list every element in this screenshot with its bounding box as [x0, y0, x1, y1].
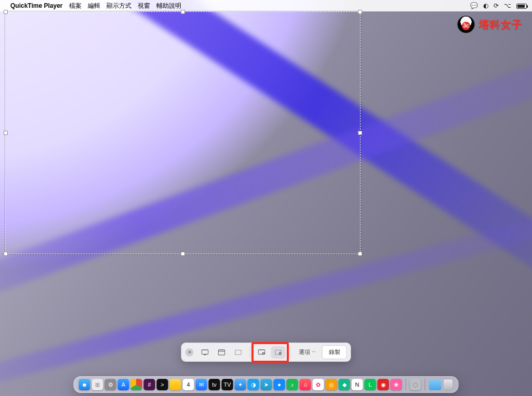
- dock-app-chrome[interactable]: [131, 379, 142, 390]
- dock-app-app-teal[interactable]: ◆: [339, 379, 350, 390]
- menu-help[interactable]: 輔助說明: [156, 2, 181, 10]
- dock-separator: [425, 379, 425, 390]
- capture-entire-screen-button[interactable]: [198, 346, 212, 359]
- dock-app-tradingview[interactable]: TV: [222, 379, 233, 390]
- resize-handle[interactable]: [358, 252, 362, 256]
- dock-app-appletv[interactable]: tv: [209, 379, 220, 390]
- resize-handle[interactable]: [4, 131, 8, 135]
- dock-app-app-blue-1[interactable]: ◑: [248, 379, 259, 390]
- dock-app-notes[interactable]: [170, 379, 181, 390]
- dock-app-photos[interactable]: ✿: [313, 379, 324, 390]
- dock-app-finder[interactable]: ☻: [79, 379, 90, 390]
- resize-handle[interactable]: [358, 10, 362, 14]
- screen-record-icon: [258, 349, 265, 356]
- toolbar-separator: [250, 347, 250, 358]
- dock-app-terminal[interactable]: >: [157, 379, 168, 390]
- menu-view[interactable]: 顯示方式: [107, 2, 131, 10]
- resize-handle[interactable]: [4, 10, 8, 14]
- control-center-icon[interactable]: ⌥: [504, 2, 511, 9]
- dock-app-safari[interactable]: ✦: [235, 379, 246, 390]
- record-button[interactable]: 錄製: [322, 345, 347, 359]
- sync-menubar-icon[interactable]: ⟳: [494, 2, 499, 9]
- dock-app-app-pink[interactable]: ❀: [391, 379, 402, 390]
- dock-app-app-gray[interactable]: ◌: [410, 379, 421, 390]
- selection-record-icon: [275, 349, 282, 356]
- svg-point-7: [263, 353, 264, 354]
- svg-point-10: [280, 353, 281, 354]
- watermark-text: 塔科女子: [479, 18, 523, 32]
- capture-selected-window-button[interactable]: [215, 346, 229, 359]
- record-entire-screen-button[interactable]: [255, 346, 269, 359]
- resize-handle[interactable]: [181, 10, 185, 14]
- dock-app-mail[interactable]: ✉: [196, 379, 207, 390]
- menu-edit[interactable]: 編輯: [88, 2, 100, 10]
- screenshot-toolbar: ✕ 選項 ﹀ 錄製: [181, 343, 351, 362]
- dock-app-launchpad[interactable]: ⊞: [92, 379, 103, 390]
- dock-app-calendar[interactable]: 4: [183, 379, 194, 390]
- menu-file[interactable]: 檔案: [69, 2, 82, 10]
- svg-rect-4: [235, 350, 241, 354]
- window-icon: [218, 349, 225, 356]
- dock-app-app-blue-2[interactable]: ●: [274, 379, 285, 390]
- resize-handle[interactable]: [358, 131, 362, 135]
- selection-icon: [235, 349, 242, 356]
- svg-rect-0: [202, 350, 208, 354]
- record-selected-portion-button[interactable]: [271, 346, 286, 359]
- close-toolbar-button[interactable]: ✕: [185, 348, 194, 357]
- desktop: QuickTime Player 檔案 編輯 顯示方式 視窗 輔助說明 💬 ◐ …: [0, 0, 532, 396]
- dock-app-app-orange[interactable]: ◎: [326, 379, 337, 390]
- toolbar-separator: [290, 347, 290, 358]
- dock-app-slack[interactable]: #: [144, 379, 155, 390]
- dock-separator: [406, 379, 406, 390]
- dock-trash[interactable]: [443, 379, 454, 390]
- resize-handle[interactable]: [181, 252, 185, 256]
- svg-rect-2: [218, 350, 225, 355]
- watermark-avatar-icon: [457, 16, 475, 33]
- chevron-down-icon: ﹀: [312, 349, 316, 355]
- dock: ☻⊞⚙A#>4✉tvTV✦◑➤●♪♫✿◎◆NL◉❀◌: [74, 376, 459, 393]
- dock-app-telegram[interactable]: ➤: [261, 379, 272, 390]
- menu-bar: QuickTime Player 檔案 編輯 顯示方式 視窗 輔助說明 💬 ◐ …: [0, 0, 532, 11]
- screen-icon: [202, 349, 209, 356]
- dock-app-app-store[interactable]: A: [118, 379, 129, 390]
- resize-handle[interactable]: [4, 252, 8, 256]
- svg-rect-1: [204, 354, 206, 355]
- dock-app-system-preferences[interactable]: ⚙: [105, 379, 116, 390]
- dock-downloads-folder[interactable]: [429, 380, 442, 390]
- app-name[interactable]: QuickTime Player: [10, 2, 63, 9]
- dock-app-music[interactable]: ♫: [300, 379, 311, 390]
- capture-selected-portion-button[interactable]: [231, 346, 246, 359]
- record-selection-marquee[interactable]: [5, 11, 361, 254]
- menu-window[interactable]: 視窗: [138, 2, 150, 10]
- options-label: 選項: [299, 348, 310, 356]
- dock-app-app-red[interactable]: ◉: [378, 379, 389, 390]
- line-menubar-icon[interactable]: 💬: [470, 2, 478, 9]
- options-dropdown[interactable]: 選項 ﹀: [295, 346, 320, 358]
- dock-app-line[interactable]: L: [365, 379, 376, 390]
- dock-app-spotify[interactable]: ♪: [287, 379, 298, 390]
- watermark: 塔科女子: [457, 16, 523, 33]
- battery-icon[interactable]: [516, 2, 527, 9]
- dnd-menubar-icon[interactable]: ◐: [483, 2, 488, 9]
- dock-app-notion[interactable]: N: [352, 379, 363, 390]
